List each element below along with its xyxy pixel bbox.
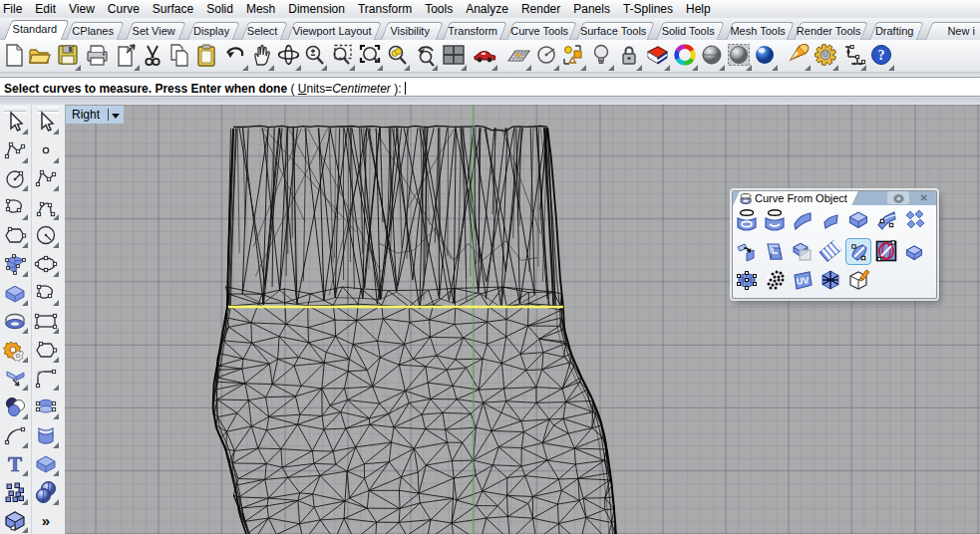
- svg-text:T: T: [8, 452, 22, 475]
- svg-text:?: ?: [878, 48, 885, 63]
- svg-text:UV: UV: [796, 275, 810, 287]
- svg-text:»: »: [42, 512, 50, 529]
